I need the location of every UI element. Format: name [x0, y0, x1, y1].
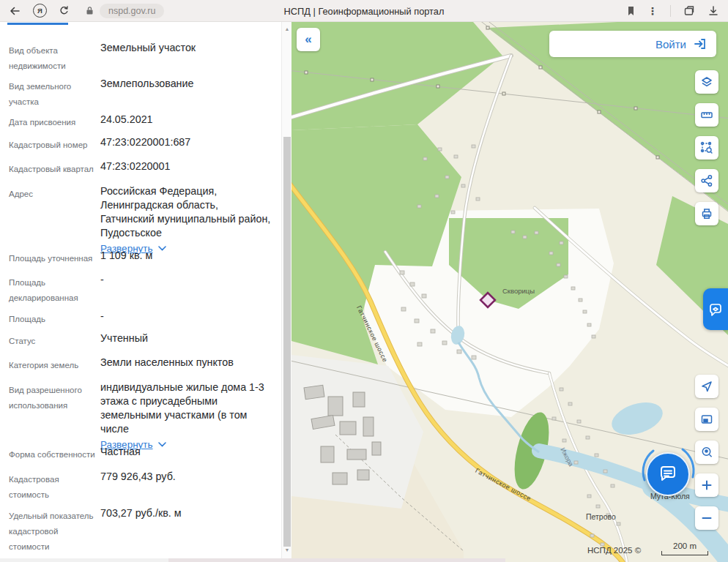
field-value: Земли населенных пунктов [100, 356, 273, 373]
field-assign-date: Дата присвоения 24.05.2021 [9, 113, 281, 130]
scale-bar: 200 m [661, 542, 708, 555]
collapse-panel-button[interactable]: « [297, 28, 320, 51]
download-icon[interactable] [707, 5, 719, 16]
field-area-refined: Площадь уточненная 1 109 кв. м [9, 249, 281, 266]
field-value: индивидуальные жилые дома 1-3 этажа с пр… [100, 381, 273, 436]
lock-icon[interactable] [86, 6, 94, 15]
login-label: Войти [655, 38, 686, 50]
field-label: Удельный показатель кадастровой стоимост… [9, 506, 100, 555]
login-icon [693, 37, 707, 51]
chat-bubble-icon [657, 463, 679, 485]
geolocation-icon [700, 380, 713, 393]
field-label: Площадь декларированная [9, 273, 100, 306]
map-bubble-icon [707, 301, 724, 318]
page-hscroll-thumb[interactable] [168, 558, 505, 562]
geolocation-button[interactable] [695, 375, 718, 398]
bookmark-icon[interactable] [627, 6, 635, 16]
menu-dots-icon[interactable]: ⋮ [647, 5, 658, 17]
field-label: Площадь уточненная [9, 249, 100, 266]
lock-glyph [86, 6, 94, 15]
field-value: 1 109 кв. м [100, 249, 273, 266]
download-glyph [707, 5, 719, 16]
field-value: Учтенный [100, 331, 273, 349]
tabs-glyph [683, 5, 695, 16]
field-label: Вид земельного участка [9, 77, 100, 110]
zoom-out-button[interactable] [695, 506, 718, 530]
field-value: Землепользование [100, 77, 273, 110]
coordinate-search-button[interactable] [695, 441, 718, 464]
field-label: Форма собственности [9, 445, 100, 462]
scroll-down-arrow[interactable]: ▼ [282, 547, 292, 552]
field-area: Площадь - [9, 310, 281, 327]
field-label: Кадастровый квартал [9, 160, 100, 177]
field-value: 779 926,43 руб. [100, 470, 273, 503]
login-bar[interactable]: Войти [549, 31, 716, 57]
field-land-category: Категория земель Земли населенных пункто… [9, 356, 281, 373]
field-label: Статус [9, 331, 100, 349]
field-value: 47:23:0220001:687 [100, 135, 273, 153]
field-value: 47:23:0220001 [100, 160, 273, 177]
print-icon [700, 207, 713, 220]
field-label: Дата присвоения [9, 113, 100, 130]
minimap-button[interactable] [695, 408, 718, 431]
layers-button[interactable] [695, 70, 718, 94]
field-area-declared: Площадь декларированная - [9, 273, 281, 306]
field-label: Площадь [9, 310, 100, 327]
plus-icon [700, 479, 713, 492]
field-label: Кадастровая стоимость [9, 470, 100, 503]
bookmark-glyph [627, 6, 635, 16]
minus-icon [700, 512, 713, 525]
toolbar-right-icons: ⋮ [627, 5, 719, 17]
map-attribution: НСПД 2025 © [587, 546, 641, 555]
field-value: - [100, 310, 273, 327]
share-icon [700, 174, 713, 187]
ruler-icon [700, 108, 713, 121]
field-value: Земельный участок [100, 41, 273, 74]
scroll-up-arrow[interactable]: ▲ [282, 26, 292, 31]
field-specific-value: Удельный показатель кадастровой стоимост… [9, 506, 281, 555]
ruler-button[interactable] [695, 103, 718, 127]
scale-label: 200 m [661, 542, 708, 550]
refresh-icon[interactable] [59, 5, 70, 16]
field-ownership: Форма собственности Частная [9, 445, 281, 462]
active-tab-indicator [7, 23, 68, 25]
zoom-in-button[interactable] [695, 473, 718, 497]
field-object-kind: Вид объекта недвижимости Земельный участ… [9, 41, 281, 74]
field-value: Российская Федерация, Ленинградская обла… [100, 184, 273, 240]
address-bar[interactable]: nspd.gov.ru [100, 4, 164, 18]
chat-button[interactable] [646, 452, 690, 496]
field-label: Вид объекта недвижимости [9, 41, 100, 74]
area-search-icon [700, 141, 713, 154]
field-address: Адрес Российская Федерация, Ленинградска… [9, 184, 281, 255]
field-parcel-kind: Вид земельного участка Землепользование [9, 77, 281, 110]
panel-scrollbar[interactable]: ▲ ▼ [281, 22, 291, 558]
field-value: - [100, 273, 273, 306]
field-label: Адрес [9, 184, 100, 255]
scale-bar-line [661, 551, 708, 555]
field-value: 24.05.2021 [100, 113, 273, 130]
field-cadastral-value: Кадастровая стоимость 779 926,43 руб. [9, 470, 281, 503]
feedback-tab[interactable] [703, 288, 728, 330]
layers-icon [700, 75, 713, 89]
location-search-icon [700, 446, 713, 459]
yandex-browser-icon[interactable]: Я [33, 4, 47, 18]
minimap-icon [700, 413, 713, 426]
field-label: Вид разрешенного использования [9, 381, 100, 451]
map-container: Скворицы Гатчинское шоссе Гатчинское шос… [291, 22, 728, 562]
refresh-glyph [59, 5, 70, 16]
toolbar-divider [670, 5, 671, 17]
field-permitted-use: Вид разрешенного использования индивидуа… [9, 381, 281, 451]
field-label: Категория земель [9, 356, 100, 373]
page-hscroll-track[interactable] [0, 558, 168, 562]
field-value: 703,27 руб./кв. м [100, 506, 273, 555]
area-search-button[interactable] [695, 136, 718, 160]
share-button[interactable] [695, 169, 718, 192]
browser-window: Я nspd.gov.ru НСПД | Геоинформационный п… [0, 0, 728, 562]
field-label: Кадастровый номер [9, 135, 100, 153]
page-title: НСПД | Геоинформационный портал [284, 0, 445, 22]
tabs-icon[interactable] [683, 5, 695, 16]
back-icon[interactable] [9, 5, 21, 17]
browser-toolbar: Я nspd.gov.ru НСПД | Геоинформационный п… [0, 0, 728, 22]
scrollbar-thumb[interactable] [283, 137, 291, 547]
print-button[interactable] [695, 202, 718, 225]
